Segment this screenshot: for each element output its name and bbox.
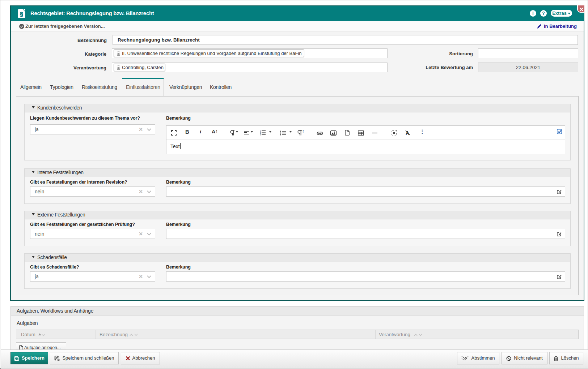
svg-text:§: § (20, 11, 23, 17)
svg-text:3: 3 (260, 134, 261, 136)
